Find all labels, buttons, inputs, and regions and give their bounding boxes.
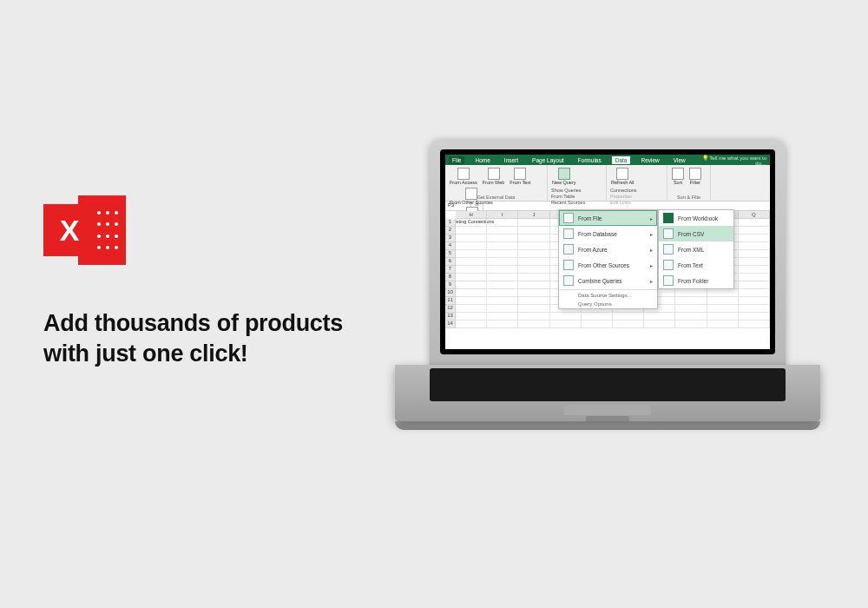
row-header[interactable]: 5 [445,250,456,258]
row-header[interactable]: 6 [445,258,456,266]
edit-links-button[interactable]: Edit Links [610,200,637,205]
menu-from-file[interactable]: From File▸ [559,210,657,226]
properties-button[interactable]: Properties [610,194,637,199]
row-header[interactable]: 14 [445,321,456,328]
cell[interactable] [613,313,644,321]
cell[interactable] [456,289,487,297]
cell[interactable] [487,235,518,242]
recent-sources-button[interactable]: Recent Sources [551,200,585,205]
cell[interactable] [456,258,487,266]
menu-data-source-settings[interactable]: Data Source Settings… [559,291,657,300]
cell[interactable] [518,297,549,305]
submenu-from-workbook[interactable]: From Workbook [659,210,733,226]
from-access-button[interactable]: From Access [448,167,479,187]
connections-button[interactable]: Connections [610,188,637,193]
cell[interactable] [739,274,770,281]
cell[interactable] [518,250,549,258]
cell[interactable] [707,297,739,305]
row-header[interactable]: 12 [445,305,456,313]
row-header[interactable]: 8 [445,274,456,281]
cell[interactable] [707,321,739,328]
cell[interactable] [456,219,487,227]
cell[interactable] [456,297,487,305]
cell[interactable] [518,242,549,250]
cell[interactable] [518,281,549,289]
submenu-from-xml[interactable]: From XML [659,241,733,257]
cell[interactable] [518,258,549,266]
cell[interactable] [675,297,707,305]
cell[interactable] [456,313,487,321]
submenu-from-text[interactable]: From Text [659,257,733,273]
cell[interactable] [739,313,770,321]
cell[interactable] [487,289,518,297]
cell[interactable] [675,305,707,313]
cell[interactable] [675,289,707,297]
cell[interactable] [739,250,770,258]
tab-data[interactable]: Data [612,156,631,164]
cell[interactable] [644,321,675,328]
cell[interactable] [739,235,770,242]
cell[interactable] [675,313,707,321]
column-header[interactable]: I [487,211,518,219]
row-header[interactable]: 10 [445,289,456,297]
column-header[interactable]: Q [739,211,770,219]
cell[interactable] [487,250,518,258]
cell[interactable] [582,313,613,321]
tab-formulas[interactable]: Formulas [575,156,605,164]
row-header[interactable]: 9 [445,281,456,289]
cell[interactable] [550,313,582,321]
cell[interactable] [456,235,487,242]
tab-review[interactable]: Review [637,156,662,164]
cell[interactable] [518,289,549,297]
submenu-from-csv[interactable]: From CSV [659,226,733,241]
cell[interactable] [487,297,518,305]
cell[interactable] [518,321,549,328]
row-header[interactable]: 3 [445,235,456,242]
cell[interactable] [456,305,487,313]
cell[interactable] [518,235,549,242]
cell[interactable] [456,250,487,258]
row-header[interactable]: 11 [445,297,456,305]
column-header[interactable]: J [518,211,549,219]
cell[interactable] [739,227,770,235]
cell[interactable] [518,305,549,313]
cell[interactable] [456,227,487,235]
cell[interactable] [518,227,549,235]
from-text-button[interactable]: From Text [508,167,532,187]
cell[interactable] [456,266,487,274]
new-query-button[interactable]: New Query [550,167,578,187]
cell[interactable] [487,227,518,235]
cell[interactable] [487,313,518,321]
cell[interactable] [456,242,487,250]
cell[interactable] [739,289,770,297]
row-header[interactable]: 1 [445,219,456,227]
refresh-all-button[interactable]: Refresh All [609,167,636,187]
menu-from-azure[interactable]: From Azure▸ [559,241,657,257]
submenu-from-folder[interactable]: From Folder [659,273,733,288]
cell[interactable] [739,321,770,328]
tab-home[interactable]: Home [471,156,493,164]
cell[interactable] [739,258,770,266]
tab-page-layout[interactable]: Page Layout [529,156,568,164]
cell[interactable] [582,321,613,328]
cell[interactable] [518,274,549,281]
cell[interactable] [739,281,770,289]
row-header[interactable]: 4 [445,242,456,250]
tab-view[interactable]: View [670,156,689,164]
tab-insert[interactable]: Insert [501,156,522,164]
menu-combine-queries[interactable]: Combine Queries▸ [559,273,657,288]
cell[interactable] [487,258,518,266]
cell[interactable] [518,313,549,321]
cell[interactable] [739,297,770,305]
cell[interactable] [456,274,487,281]
cell[interactable] [518,219,549,227]
cell[interactable] [707,313,739,321]
menu-from-database[interactable]: From Database▸ [559,226,657,241]
show-queries-button[interactable]: Show Queries [551,188,585,193]
cell[interactable] [487,266,518,274]
row-header[interactable]: 2 [445,227,456,235]
cell[interactable] [550,321,582,328]
tell-me-text[interactable]: 💡 Tell me what you want to do… [696,155,766,166]
from-web-button[interactable]: From Web [481,167,507,187]
cell[interactable] [456,321,487,328]
